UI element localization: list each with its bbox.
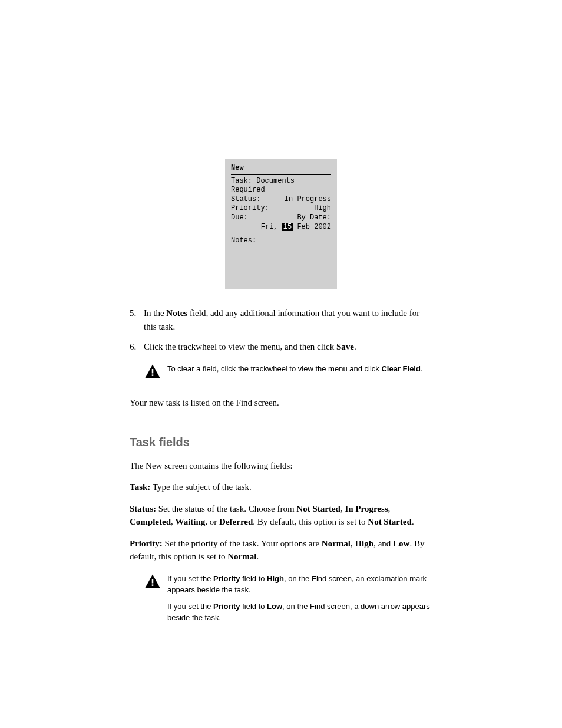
task-label: Task:	[130, 482, 150, 492]
device-priority-label: Priority:	[231, 204, 269, 213]
page-content: New Task: Documents Required Status: In …	[0, 0, 562, 628]
device-due-row: Due: By Date:	[231, 213, 331, 223]
svg-rect-2	[152, 579, 154, 584]
device-task-row: Task: Documents Required	[231, 177, 331, 195]
svg-rect-3	[152, 584, 154, 586]
status-field-desc: Status: Set the status of the task. Choo…	[130, 502, 432, 529]
device-status-value: In Progress	[285, 195, 331, 205]
clear-field-bold: Clear Field	[381, 364, 420, 373]
device-task-label: Task:	[231, 177, 252, 185]
step-5-number: 5.	[130, 307, 144, 333]
step-6: 6. Click the trackwheel to view the menu…	[130, 340, 432, 354]
status-label: Status:	[130, 504, 156, 513]
note-block-1: To clear a field, click the trackwheel t…	[144, 363, 432, 385]
device-due-label: Due:	[231, 213, 248, 223]
notes-field-bold: Notes	[166, 308, 187, 318]
device-due-value: By Date:	[297, 213, 331, 223]
device-priority-value: High	[314, 204, 331, 213]
priority-label: Priority:	[130, 539, 163, 548]
device-date-row: Fri, 15 Feb 2002	[231, 223, 331, 232]
priority-field-desc: Priority: Set the priority of the task. …	[130, 537, 432, 564]
note-2-text: If you set the Priority field to High, o…	[167, 573, 432, 628]
step-6-text: Click the trackwheel to view the menu, a…	[144, 340, 432, 354]
svg-rect-0	[152, 369, 154, 374]
step-5-text: In the Notes field, add any additional i…	[144, 307, 432, 333]
device-date-suffix: Feb 2002	[293, 223, 331, 231]
save-bold: Save	[336, 342, 354, 351]
svg-rect-1	[152, 374, 154, 376]
task-field-desc: Task: Type the subject of the task.	[130, 480, 432, 494]
note-1-text: To clear a field, click the trackwheel t…	[167, 363, 432, 375]
device-date-day: 15	[282, 223, 293, 231]
step-6-number: 6.	[130, 340, 144, 354]
paragraph-new-screen: The New screen contains the following fi…	[130, 459, 432, 473]
device-status-row: Status: In Progress	[231, 195, 331, 205]
device-status-label: Status:	[231, 195, 260, 205]
device-notes-label: Notes:	[231, 236, 331, 246]
warning-icon	[144, 573, 167, 595]
device-screenshot: New Task: Documents Required Status: In …	[225, 159, 337, 289]
device-title: New	[231, 164, 331, 175]
section-heading-task-fields: Task fields	[130, 433, 432, 451]
device-priority-row: Priority: High	[231, 204, 331, 213]
step-5: 5. In the Notes field, add any additiona…	[130, 307, 432, 333]
device-date-prefix: Fri,	[261, 223, 282, 231]
note-block-2: If you set the Priority field to High, o…	[144, 573, 432, 628]
warning-icon	[144, 363, 167, 385]
paragraph-find-screen: Your new task is listed on the Find scre…	[130, 396, 432, 410]
